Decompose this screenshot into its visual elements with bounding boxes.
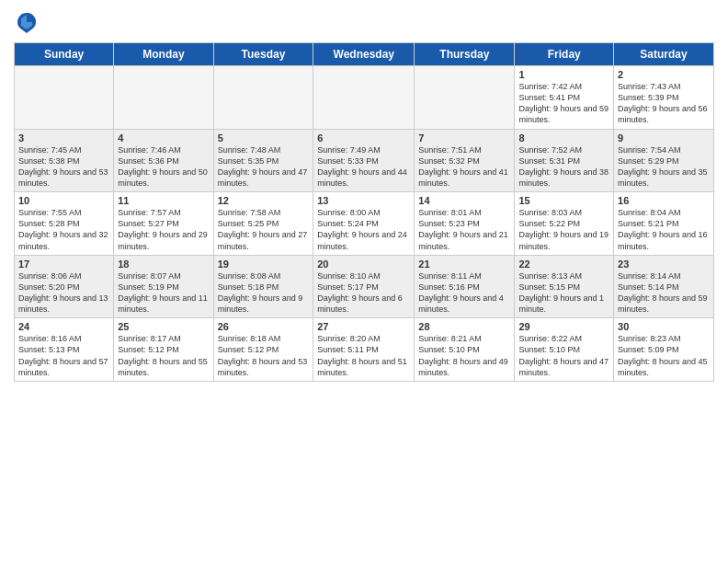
calendar-cell: 29Sunrise: 8:22 AM Sunset: 5:10 PM Dayli…: [515, 318, 614, 382]
calendar-cell: 16Sunrise: 8:04 AM Sunset: 5:21 PM Dayli…: [614, 192, 714, 256]
day-number: 15: [518, 195, 609, 206]
day-info: Sunrise: 8:14 AM Sunset: 5:14 PM Dayligh…: [618, 270, 710, 316]
day-info: Sunrise: 8:18 AM Sunset: 5:12 PM Dayligh…: [218, 333, 310, 378]
calendar-cell: [114, 66, 213, 130]
calendar-cell: [15, 66, 114, 130]
calendar-cell: 23Sunrise: 8:14 AM Sunset: 5:14 PM Dayli…: [614, 255, 714, 318]
day-info: Sunrise: 8:17 AM Sunset: 5:12 PM Dayligh…: [118, 333, 209, 378]
calendar-cell: 18Sunrise: 8:07 AM Sunset: 5:19 PM Dayli…: [114, 255, 213, 318]
day-number: 2: [618, 69, 710, 80]
logo: [14, 9, 43, 35]
calendar-cell: 6Sunrise: 7:49 AM Sunset: 5:33 PM Daylig…: [313, 129, 415, 192]
calendar-cell: 24Sunrise: 8:16 AM Sunset: 5:13 PM Dayli…: [15, 318, 114, 382]
calendar-cell: [213, 66, 313, 130]
calendar-cell: 5Sunrise: 7:48 AM Sunset: 5:35 PM Daylig…: [213, 129, 313, 192]
page: SundayMondayTuesdayWednesdayThursdayFrid…: [0, 0, 728, 563]
day-info: Sunrise: 8:16 AM Sunset: 5:13 PM Dayligh…: [18, 333, 109, 378]
day-number: 27: [317, 321, 410, 332]
calendar-header-tuesday: Tuesday: [213, 43, 313, 66]
day-number: 5: [218, 132, 310, 144]
day-number: 9: [618, 132, 710, 144]
calendar-cell: 10Sunrise: 7:55 AM Sunset: 5:28 PM Dayli…: [15, 192, 114, 256]
day-info: Sunrise: 8:01 AM Sunset: 5:23 PM Dayligh…: [418, 207, 510, 252]
calendar-cell: 25Sunrise: 8:17 AM Sunset: 5:12 PM Dayli…: [114, 318, 213, 382]
calendar-cell: 26Sunrise: 8:18 AM Sunset: 5:12 PM Dayli…: [213, 318, 313, 382]
day-number: 24: [18, 321, 109, 332]
calendar-week-row: 1Sunrise: 7:42 AM Sunset: 5:41 PM Daylig…: [15, 66, 714, 130]
calendar-header-sunday: Sunday: [15, 43, 114, 66]
day-number: 26: [218, 321, 310, 332]
day-number: 1: [518, 69, 609, 80]
day-info: Sunrise: 7:51 AM Sunset: 5:32 PM Dayligh…: [418, 144, 510, 190]
day-info: Sunrise: 8:00 AM Sunset: 5:24 PM Dayligh…: [317, 207, 410, 252]
day-info: Sunrise: 7:49 AM Sunset: 5:33 PM Dayligh…: [317, 144, 410, 190]
day-number: 20: [317, 259, 410, 270]
day-number: 16: [618, 195, 710, 206]
header: [14, 9, 714, 35]
calendar-cell: 27Sunrise: 8:20 AM Sunset: 5:11 PM Dayli…: [313, 318, 415, 382]
day-info: Sunrise: 8:13 AM Sunset: 5:15 PM Dayligh…: [518, 270, 609, 316]
day-info: Sunrise: 7:58 AM Sunset: 5:25 PM Dayligh…: [218, 207, 310, 252]
day-info: Sunrise: 8:08 AM Sunset: 5:18 PM Dayligh…: [218, 270, 310, 316]
day-info: Sunrise: 8:04 AM Sunset: 5:21 PM Dayligh…: [618, 207, 710, 252]
day-number: 21: [418, 259, 510, 270]
day-info: Sunrise: 8:23 AM Sunset: 5:09 PM Dayligh…: [618, 333, 710, 378]
day-number: 10: [18, 195, 109, 206]
day-info: Sunrise: 8:03 AM Sunset: 5:22 PM Dayligh…: [518, 207, 609, 252]
calendar-cell: [415, 66, 515, 130]
day-info: Sunrise: 8:21 AM Sunset: 5:10 PM Dayligh…: [418, 333, 510, 378]
day-info: Sunrise: 7:42 AM Sunset: 5:41 PM Dayligh…: [518, 81, 609, 126]
day-number: 6: [317, 132, 410, 144]
day-info: Sunrise: 7:55 AM Sunset: 5:28 PM Dayligh…: [18, 207, 109, 252]
day-number: 3: [18, 132, 109, 144]
day-number: 11: [118, 195, 209, 206]
day-info: Sunrise: 8:22 AM Sunset: 5:10 PM Dayligh…: [518, 333, 609, 378]
day-info: Sunrise: 8:20 AM Sunset: 5:11 PM Dayligh…: [317, 333, 410, 378]
calendar-header-monday: Monday: [114, 43, 213, 66]
calendar-header-friday: Friday: [515, 43, 614, 66]
calendar-header-row: SundayMondayTuesdayWednesdayThursdayFrid…: [15, 43, 714, 66]
day-number: 18: [118, 259, 209, 270]
calendar-week-row: 24Sunrise: 8:16 AM Sunset: 5:13 PM Dayli…: [15, 318, 714, 382]
calendar-header-saturday: Saturday: [614, 43, 714, 66]
day-info: Sunrise: 7:46 AM Sunset: 5:36 PM Dayligh…: [118, 144, 209, 190]
day-number: 4: [118, 132, 209, 144]
calendar-cell: 4Sunrise: 7:46 AM Sunset: 5:36 PM Daylig…: [114, 129, 213, 192]
calendar-cell: 11Sunrise: 7:57 AM Sunset: 5:27 PM Dayli…: [114, 192, 213, 256]
day-number: 29: [518, 321, 609, 332]
day-number: 12: [218, 195, 310, 206]
day-info: Sunrise: 8:06 AM Sunset: 5:20 PM Dayligh…: [18, 270, 109, 316]
calendar-cell: 19Sunrise: 8:08 AM Sunset: 5:18 PM Dayli…: [213, 255, 313, 318]
day-number: 8: [518, 132, 609, 144]
day-info: Sunrise: 7:54 AM Sunset: 5:29 PM Dayligh…: [618, 144, 710, 190]
calendar-cell: 9Sunrise: 7:54 AM Sunset: 5:29 PM Daylig…: [614, 129, 714, 192]
day-number: 19: [218, 259, 310, 270]
day-info: Sunrise: 7:52 AM Sunset: 5:31 PM Dayligh…: [518, 144, 609, 190]
calendar-cell: 21Sunrise: 8:11 AM Sunset: 5:16 PM Dayli…: [415, 255, 515, 318]
day-number: 28: [418, 321, 510, 332]
calendar-cell: 20Sunrise: 8:10 AM Sunset: 5:17 PM Dayli…: [313, 255, 415, 318]
day-info: Sunrise: 7:45 AM Sunset: 5:38 PM Dayligh…: [18, 144, 109, 190]
day-number: 22: [518, 259, 609, 270]
day-info: Sunrise: 7:57 AM Sunset: 5:27 PM Dayligh…: [118, 207, 209, 252]
calendar-cell: 30Sunrise: 8:23 AM Sunset: 5:09 PM Dayli…: [614, 318, 714, 382]
calendar-week-row: 3Sunrise: 7:45 AM Sunset: 5:38 PM Daylig…: [15, 129, 714, 192]
day-number: 17: [18, 259, 109, 270]
calendar-cell: 22Sunrise: 8:13 AM Sunset: 5:15 PM Dayli…: [515, 255, 614, 318]
day-info: Sunrise: 8:11 AM Sunset: 5:16 PM Dayligh…: [418, 270, 510, 316]
calendar-cell: 17Sunrise: 8:06 AM Sunset: 5:20 PM Dayli…: [15, 255, 114, 318]
calendar-week-row: 10Sunrise: 7:55 AM Sunset: 5:28 PM Dayli…: [15, 192, 714, 256]
day-number: 23: [618, 259, 710, 270]
day-number: 14: [418, 195, 510, 206]
calendar-cell: 12Sunrise: 7:58 AM Sunset: 5:25 PM Dayli…: [213, 192, 313, 256]
day-info: Sunrise: 8:10 AM Sunset: 5:17 PM Dayligh…: [317, 270, 410, 316]
calendar-cell: 2Sunrise: 7:43 AM Sunset: 5:39 PM Daylig…: [614, 66, 714, 130]
calendar-header-wednesday: Wednesday: [313, 43, 415, 66]
calendar-header-thursday: Thursday: [415, 43, 515, 66]
day-number: 25: [118, 321, 209, 332]
calendar-cell: 13Sunrise: 8:00 AM Sunset: 5:24 PM Dayli…: [313, 192, 415, 256]
day-number: 13: [317, 195, 410, 206]
calendar-cell: 28Sunrise: 8:21 AM Sunset: 5:10 PM Dayli…: [415, 318, 515, 382]
calendar: SundayMondayTuesdayWednesdayThursdayFrid…: [14, 42, 714, 382]
logo-icon: [14, 9, 40, 35]
